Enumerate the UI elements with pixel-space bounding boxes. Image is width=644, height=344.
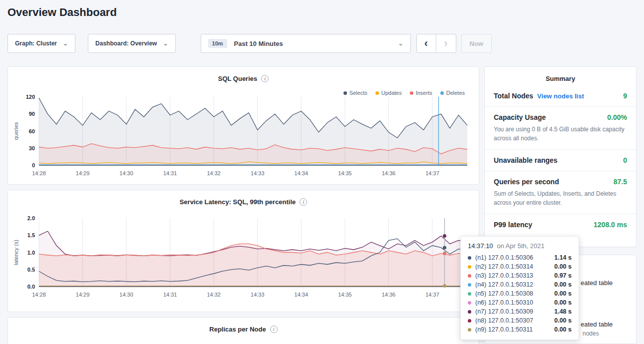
sql-queries-panel: SQL Queries SelectsUpdatesInsertsDeletes… [7, 66, 479, 185]
series-dot-icon [468, 256, 471, 260]
tooltip-node: (n8) 127.0.0.1:50307 [475, 317, 533, 324]
svg-text:14:33: 14:33 [251, 170, 265, 176]
svg-text:14:31: 14:31 [163, 292, 177, 298]
summary-value: 0 [623, 156, 627, 164]
dashboard-dropdown-label: Dashboard: Overview [95, 40, 157, 47]
view-nodes-link[interactable]: View nodes list [537, 92, 584, 100]
svg-text:120: 120 [26, 94, 35, 100]
summary-label: Queries per second [494, 178, 559, 186]
sql-queries-title: SQL Queries [218, 75, 258, 82]
time-pager: ‹ › [416, 34, 456, 53]
svg-text:0.5: 0.5 [27, 267, 35, 273]
svg-text:1.5: 1.5 [27, 232, 35, 238]
graph-dropdown[interactable]: Graph: Cluster [7, 34, 75, 53]
info-icon[interactable] [261, 75, 269, 82]
series-dot-icon [468, 283, 471, 287]
summary-row: Queries per second87.5Sum of Selects, Up… [485, 171, 636, 214]
event-text-fragment: eated table [581, 321, 613, 328]
service-latency-title: Service Latency: SQL, 99th percentile [180, 198, 296, 206]
svg-text:14:35: 14:35 [338, 170, 352, 176]
tooltip-node: (n5) 127.0.0.1:50308 [475, 290, 533, 297]
summary-panel: Summary Total NodesView nodes list9Capac… [484, 66, 637, 247]
svg-text:30: 30 [29, 145, 35, 151]
page-title: Overview Dashboard [7, 6, 117, 19]
summary-label: Total Nodes [494, 92, 533, 100]
summary-subtext: Sum of Selects, Updates, Inserts, and De… [494, 189, 627, 207]
summary-subtext: You are using 0 B of 4.5 GiB usable disk… [494, 125, 627, 143]
tooltip-node: (n9) 127.0.0.1:50311 [475, 326, 533, 333]
svg-text:14:31: 14:31 [163, 170, 177, 176]
svg-text:14:34: 14:34 [295, 170, 309, 176]
summary-value: 0.00% [607, 113, 627, 121]
svg-text:latency (s): latency (s) [13, 240, 19, 265]
tooltip-row: (n3) 127.0.0.1:503130.97 s [468, 271, 572, 280]
series-dot-icon [468, 274, 471, 278]
summary-value: 87.5 [614, 178, 627, 186]
tooltip-row: (n9) 127.0.0.1:503110.00 s [468, 325, 572, 334]
summary-row: Unavailable ranges0 [485, 149, 636, 171]
svg-text:14:29: 14:29 [76, 292, 90, 298]
event-text-fragment: eated table [581, 279, 613, 287]
svg-text:1.0: 1.0 [27, 250, 35, 256]
tooltip-value: 0.00 s [554, 317, 572, 324]
dashboard-dropdown[interactable]: Dashboard: Overview [88, 34, 175, 53]
chevron-down-icon [163, 40, 168, 46]
svg-text:14:32: 14:32 [207, 170, 221, 176]
summary-rows: Total NodesView nodes list9Capacity Usag… [485, 85, 636, 235]
series-dot-icon [468, 301, 471, 305]
svg-text:14:36: 14:36 [382, 170, 396, 176]
svg-text:14:35: 14:35 [338, 292, 352, 298]
svg-text:queries: queries [13, 122, 19, 140]
tooltip-node: (n7) 127.0.0.1:50309 [475, 308, 533, 315]
svg-text:14:36: 14:36 [382, 292, 396, 298]
tooltip-row: (n8) 127.0.0.1:503070.00 s [468, 316, 572, 325]
summary-title: Summary [485, 67, 636, 85]
series-dot-icon [468, 265, 471, 269]
tooltip-node: (n2) 127.0.0.1:50314 [475, 263, 533, 270]
svg-text:14:30: 14:30 [119, 292, 133, 298]
tooltip-value: 0.00 s [554, 290, 572, 297]
tooltip-row: (n2) 127.0.0.1:503140.00 s [468, 262, 572, 271]
tooltip-header: 14:37:10 on Apr 5th, 2021 [468, 242, 572, 250]
time-range-picker[interactable]: 10m Past 10 Minutes [201, 34, 411, 53]
chart-title-row: SQL Queries [8, 67, 479, 82]
sql-queries-chart[interactable]: 14:2814:2914:3014:3114:3214:3314:3414:35… [8, 93, 480, 179]
time-prev-button[interactable]: ‹ [416, 34, 436, 53]
tooltip-row: (n1) 127.0.0.1:503061.14 s [468, 253, 572, 262]
tooltip-row: (n6) 127.0.0.1:503100.00 s [468, 298, 572, 307]
chart-tooltip: 14:37:10 on Apr 5th, 2021 (n1) 127.0.0.1… [460, 236, 579, 340]
tooltip-row: (n7) 127.0.0.1:503091.48 s [468, 307, 572, 316]
svg-text:0.0: 0.0 [27, 284, 35, 290]
tooltip-value: 0.97 s [554, 272, 572, 279]
tooltip-node: (n1) 127.0.0.1:50306 [475, 254, 533, 261]
svg-text:14:32: 14:32 [207, 292, 221, 298]
summary-row: P99 latency1208.0 ms [485, 214, 636, 235]
summary-row: Capacity Usage0.00%You are using 0 B of … [485, 106, 636, 149]
series-dot-icon [468, 292, 471, 296]
summary-label: P99 latency [494, 221, 532, 229]
svg-text:14:29: 14:29 [76, 170, 90, 176]
summary-value: 9 [623, 92, 627, 100]
summary-value: 1208.0 ms [594, 221, 627, 229]
chart-title-row: Service Latency: SQL, 99th percentile [8, 190, 479, 206]
summary-label: Unavailable ranges [494, 156, 558, 164]
time-range-label: Past 10 Minutes [234, 40, 283, 47]
svg-text:14:30: 14:30 [119, 170, 133, 176]
time-next-button[interactable]: › [436, 34, 456, 53]
svg-text:14:28: 14:28 [32, 170, 46, 176]
tooltip-row: (n4) 127.0.0.1:503120.00 s [468, 280, 572, 289]
svg-text:60: 60 [29, 128, 35, 134]
info-icon[interactable] [300, 198, 307, 206]
tooltip-value: 0.00 s [554, 299, 572, 306]
service-latency-panel: Service Latency: SQL, 99th percentile 14… [7, 190, 479, 312]
now-button[interactable]: Now [461, 34, 492, 53]
info-icon[interactable] [270, 326, 278, 333]
svg-text:14:37: 14:37 [425, 292, 439, 298]
service-latency-chart[interactable]: 14:2814:2914:3014:3114:3214:3314:3414:35… [8, 214, 480, 301]
replicas-panel: Replicas per Node [7, 317, 479, 344]
svg-text:14:37: 14:37 [425, 170, 439, 176]
chevron-down-icon [398, 40, 403, 46]
chevron-down-icon [63, 40, 68, 46]
graph-dropdown-label: Graph: Cluster [15, 40, 57, 47]
summary-label: Capacity Usage [494, 113, 546, 121]
